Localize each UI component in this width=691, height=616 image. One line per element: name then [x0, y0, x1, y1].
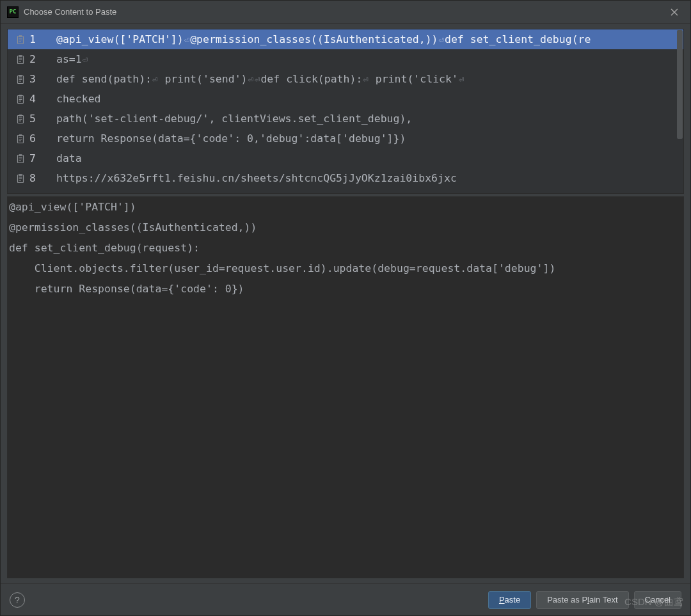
newline-marker-icon: ⏎: [184, 35, 190, 45]
titlebar: PC Choose Content to Paste: [1, 1, 690, 24]
row-content: return Response(data={'code': 0,'debug':…: [56, 132, 406, 145]
clipboard-icon: [15, 94, 26, 104]
vertical-scrollbar[interactable]: [676, 29, 683, 193]
clipboard-history-list[interactable]: 1@api_view(['PATCH'])⏎@permission_classe…: [7, 29, 684, 194]
newline-marker-icon: ⏎: [152, 74, 158, 84]
clipboard-icon: [15, 134, 26, 144]
cancel-button[interactable]: Cancel: [634, 591, 681, 609]
svg-rect-28: [19, 134, 22, 136]
svg-rect-23: [19, 115, 22, 116]
row-content: https://x632e5rft1.feishu.cn/sheets/shtc…: [56, 172, 457, 184]
newline-marker-icon: ⏎: [248, 74, 254, 84]
newline-marker-icon: ⏎: [254, 74, 260, 84]
plain-post: ain Text: [589, 595, 618, 604]
content-area: 1@api_view(['PATCH'])⏎@permission_classe…: [1, 24, 690, 583]
paste-button[interactable]: Paste: [488, 591, 531, 609]
svg-rect-18: [19, 95, 22, 97]
newline-marker-icon: ⏎: [458, 74, 465, 84]
row-number: 1: [29, 33, 46, 45]
help-button[interactable]: ?: [10, 592, 25, 608]
paste-mnemonic: P: [499, 595, 505, 604]
row-content: path('set-client-debug/', clientViews.se…: [56, 113, 412, 125]
newline-marker-icon: ⏎: [82, 54, 88, 65]
row-content: data: [56, 152, 82, 164]
close-button[interactable]: [665, 3, 684, 22]
plain-pre: Paste as P: [547, 595, 587, 604]
row-content: checked: [56, 93, 101, 105]
paste-plain-text-button[interactable]: Paste as Plain Text: [536, 591, 628, 609]
preview-line: Client.objects.filter(user_id=request.us…: [8, 258, 683, 279]
svg-rect-38: [19, 174, 22, 176]
clipboard-icon: [15, 54, 26, 65]
close-icon: [671, 8, 678, 16]
row-number: 2: [29, 53, 46, 65]
newline-marker-icon: ⏎: [362, 74, 369, 84]
clipboard-icon: [15, 35, 26, 45]
window-title: Choose Content to Paste: [24, 7, 665, 17]
svg-rect-33: [19, 154, 22, 156]
svg-rect-13: [19, 75, 22, 77]
preview-line: return Response(data={'code': 0}): [8, 279, 683, 299]
history-scroller: 1@api_view(['PATCH'])⏎@permission_classe…: [8, 29, 683, 193]
row-number: 4: [29, 93, 46, 105]
clipboard-icon: [15, 114, 26, 124]
history-row[interactable]: 5path('set-client-debug/', clientViews.s…: [8, 109, 683, 129]
preview-pane: @api_view(['PATCH'])@permission_classes(…: [7, 196, 684, 578]
scrollbar-thumb[interactable]: [677, 30, 683, 139]
preview-line: @api_view(['PATCH']): [8, 197, 683, 217]
svg-rect-3: [19, 35, 22, 37]
clipboard-icon: [15, 173, 26, 184]
history-row[interactable]: 8https://x632e5rft1.feishu.cn/sheets/sht…: [8, 168, 683, 188]
row-content: @api_view(['PATCH'])⏎@permission_classes…: [56, 33, 591, 45]
row-number: 6: [29, 132, 46, 145]
history-row[interactable]: 1@api_view(['PATCH'])⏎@permission_classe…: [8, 29, 683, 49]
row-content: as=1⏎: [56, 53, 88, 65]
row-number: 3: [29, 73, 46, 85]
pycharm-app-icon: PC: [7, 6, 19, 18]
row-number: 8: [29, 172, 46, 184]
row-number: 7: [29, 152, 46, 164]
history-row[interactable]: 2as=1⏎: [8, 49, 683, 69]
row-content: def send(path):⏎ print('send')⏎⏎def clic…: [56, 73, 465, 85]
history-row[interactable]: 7data: [8, 148, 683, 168]
paste-history-dialog: PC Choose Content to Paste 1@api_view(['…: [0, 0, 691, 616]
clipboard-icon: [15, 154, 26, 164]
button-bar: ? Paste Paste as Plain Text Cancel: [1, 583, 690, 615]
clipboard-icon: [15, 74, 26, 84]
svg-rect-8: [19, 55, 22, 57]
paste-post: aste: [505, 595, 521, 604]
history-row[interactable]: 6return Response(data={'code': 0,'debug'…: [8, 129, 683, 148]
newline-marker-icon: ⏎: [438, 35, 445, 45]
history-row[interactable]: 4checked: [8, 89, 683, 109]
row-number: 5: [29, 113, 46, 125]
history-row[interactable]: 3def send(path):⏎ print('send')⏎⏎def cli…: [8, 69, 683, 89]
preview-line: @permission_classes((IsAuthenticated,)): [8, 217, 683, 238]
preview-line: def set_client_debug(request):: [8, 238, 683, 258]
